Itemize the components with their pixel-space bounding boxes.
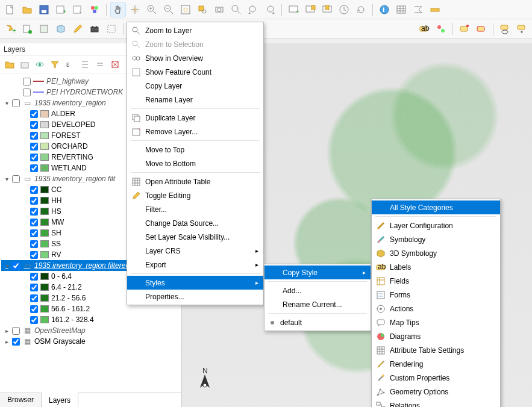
- menu-toggle-editing[interactable]: Toggle Editing: [127, 188, 263, 202]
- layer-visibility-checkbox[interactable]: [30, 208, 38, 216]
- menu-show-in-overview[interactable]: Show in Overview: [127, 51, 263, 65]
- layer-visibility-checkbox[interactable]: [30, 284, 38, 291]
- layer-visibility-checkbox[interactable]: [12, 175, 20, 183]
- label-show-button[interactable]: [497, 21, 513, 37]
- layer-visibility-checkbox[interactable]: [30, 110, 38, 118]
- menu-custom-properties[interactable]: Custom Properties: [372, 371, 500, 385]
- menu-copy-layer[interactable]: Copy Layer: [127, 79, 263, 93]
- layers-expression-filter-button[interactable]: ε: [63, 58, 77, 71]
- menu-layer-configuration[interactable]: Layer Configuration: [372, 219, 500, 232]
- open-attribute-table-button[interactable]: [393, 2, 409, 17]
- menu-attribute-table-settings[interactable]: Attribute Table Settings: [372, 343, 500, 357]
- layer-visibility-checkbox[interactable]: [30, 219, 38, 226]
- layer-visibility-checkbox[interactable]: [30, 273, 38, 281]
- new-shapefile-button[interactable]: [19, 21, 35, 37]
- label-tool-1[interactable]: abc: [416, 21, 432, 37]
- pan-map-button[interactable]: [110, 2, 126, 17]
- identify-button[interactable]: i: [377, 2, 392, 17]
- menu-rendering[interactable]: Rendering: [372, 357, 500, 371]
- layer-visibility-checkbox[interactable]: [30, 305, 38, 313]
- toggle-editing-button[interactable]: [70, 21, 86, 37]
- new-geopackage-button[interactable]: [36, 21, 52, 37]
- pan-to-selection-button[interactable]: [127, 2, 143, 17]
- zoom-full-button[interactable]: [178, 2, 193, 17]
- new-project-button[interactable]: [2, 2, 18, 17]
- layer-visibility-checkbox[interactable]: [30, 143, 38, 151]
- layer-visibility-checkbox[interactable]: [30, 229, 38, 237]
- layer-visibility-checkbox[interactable]: [30, 294, 38, 302]
- refresh-button[interactable]: [353, 2, 369, 17]
- layers-collapse-all-button[interactable]: [93, 58, 107, 71]
- layer-visibility-checkbox[interactable]: [30, 240, 38, 248]
- layer-visibility-checkbox[interactable]: [30, 186, 38, 194]
- add-virtual-layer-button[interactable]: [53, 21, 69, 37]
- menu-set-scale-visibility[interactable]: Set Layer Scale Visibility...: [127, 230, 263, 244]
- menu-symbology[interactable]: Symbology: [372, 232, 500, 246]
- style-manager-button[interactable]: [87, 2, 102, 17]
- new-bookmark-button[interactable]: [302, 2, 318, 17]
- add-vector-layer-button[interactable]: +: [2, 21, 18, 37]
- layer-osm-grayscale[interactable]: ▸▦OSM Grayscale: [1, 336, 180, 347]
- menu-add-style[interactable]: Add...: [264, 284, 371, 297]
- menu-forms[interactable]: Forms: [372, 288, 500, 302]
- menu-labels[interactable]: abcLabels: [372, 260, 500, 274]
- layer-visibility-checkbox[interactable]: [30, 121, 38, 129]
- menu-relations[interactable]: Relations: [372, 399, 500, 407]
- tab-layers[interactable]: Layers: [42, 393, 78, 407]
- show-layout-manager-button[interactable]: [70, 2, 86, 17]
- menu-rename-layer[interactable]: Rename Layer: [127, 93, 263, 107]
- menu-style-default[interactable]: default: [264, 315, 371, 329]
- layer-visibility-checkbox[interactable]: [30, 316, 38, 324]
- layer-visibility-checkbox[interactable]: [23, 89, 31, 96]
- menu-layer-crs[interactable]: Layer CRS▸: [127, 244, 263, 258]
- layer-visibility-checkbox[interactable]: [23, 78, 31, 85]
- zoom-in-button[interactable]: [144, 2, 160, 17]
- menu-duplicate-layer[interactable]: Duplicate Layer: [127, 111, 263, 125]
- zoom-out-button[interactable]: [161, 2, 177, 17]
- layers-remove-button[interactable]: [108, 58, 122, 71]
- zoom-layer-button[interactable]: [211, 2, 227, 17]
- layer-visibility-checkbox[interactable]: [30, 164, 38, 172]
- menu-all-style-categories[interactable]: All Style Categories: [372, 200, 500, 214]
- layer-visibility-checkbox[interactable]: [12, 99, 20, 107]
- layers-filter-button[interactable]: [48, 58, 61, 71]
- tree-toggle-icon[interactable]: ▾: [4, 176, 10, 182]
- menu-filter[interactable]: Filter...: [127, 202, 263, 216]
- menu-change-data-source[interactable]: Change Data Source...: [127, 216, 263, 230]
- select-features-button[interactable]: [104, 21, 119, 37]
- menu-map-tips[interactable]: Map Tips: [372, 315, 500, 329]
- menu-rename-current-style[interactable]: Rename Current...: [264, 297, 371, 311]
- measure-button[interactable]: |: [427, 2, 443, 17]
- layers-add-group-button[interactable]: [18, 58, 31, 71]
- layer-visibility-checkbox[interactable]: [12, 262, 20, 270]
- zoom-last-button[interactable]: [245, 2, 261, 17]
- label-tool-2[interactable]: [433, 21, 449, 37]
- layer-visibility-checkbox[interactable]: [12, 327, 20, 335]
- statistics-button[interactable]: [410, 2, 426, 17]
- layer-visibility-checkbox[interactable]: [30, 251, 38, 259]
- layers-open-button[interactable]: [3, 58, 16, 71]
- tree-toggle-icon[interactable]: ▾: [4, 263, 10, 269]
- processing-toolbox-button[interactable]: [87, 21, 102, 37]
- menu-fields[interactable]: Fields: [372, 274, 500, 288]
- menu-move-to-top[interactable]: Move to Top: [127, 143, 263, 157]
- menu-open-attribute-table[interactable]: Open Attribute Table: [127, 175, 263, 188]
- tree-toggle-icon[interactable]: ▸: [4, 338, 10, 345]
- menu-move-to-bottom[interactable]: Move to Bottom: [127, 157, 263, 170]
- menu-export[interactable]: Export▸: [127, 258, 263, 272]
- temporal-controller-button[interactable]: [336, 2, 352, 17]
- zoom-selection-button[interactable]: [195, 2, 210, 17]
- menu-zoom-to-layer[interactable]: Zoom to Layer: [127, 23, 263, 37]
- menu-copy-style[interactable]: Copy Style▸: [264, 266, 371, 279]
- new-map-view-button[interactable]: +: [286, 2, 301, 17]
- label-pin-button[interactable]: [457, 21, 472, 37]
- layer-openstreetmap[interactable]: ▸▦OpenStreetMap: [1, 325, 180, 336]
- menu-styles[interactable]: Styles▸: [127, 276, 263, 290]
- open-project-button[interactable]: [19, 2, 35, 17]
- save-project-button[interactable]: [36, 2, 52, 17]
- zoom-next-button[interactable]: [262, 2, 278, 17]
- label-highlight-button[interactable]: [474, 21, 489, 37]
- menu-actions[interactable]: Actions: [372, 302, 500, 315]
- menu-3d-symbology[interactable]: 3D Symbology: [372, 246, 500, 260]
- layer-visibility-checkbox[interactable]: [12, 338, 20, 346]
